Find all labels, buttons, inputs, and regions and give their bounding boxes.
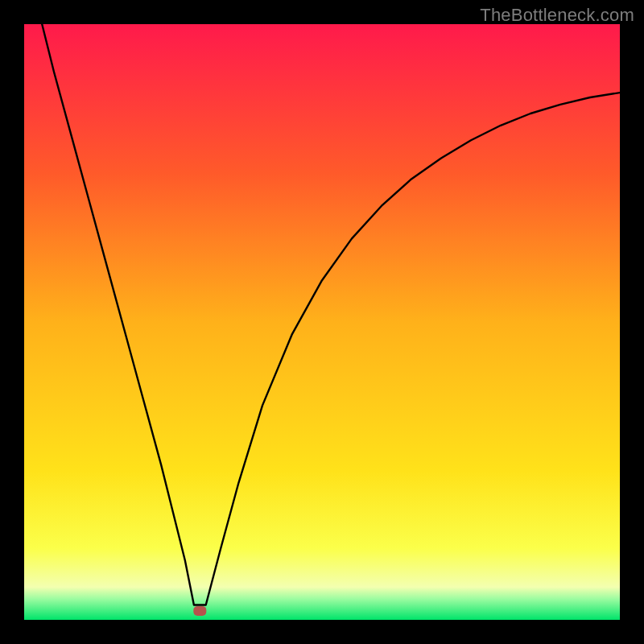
optimal-point-marker	[193, 606, 206, 616]
plot-area	[24, 24, 620, 620]
chart-svg	[24, 24, 620, 620]
watermark-text: TheBottleneck.com	[480, 5, 634, 26]
chart-frame: TheBottleneck.com	[0, 0, 644, 644]
